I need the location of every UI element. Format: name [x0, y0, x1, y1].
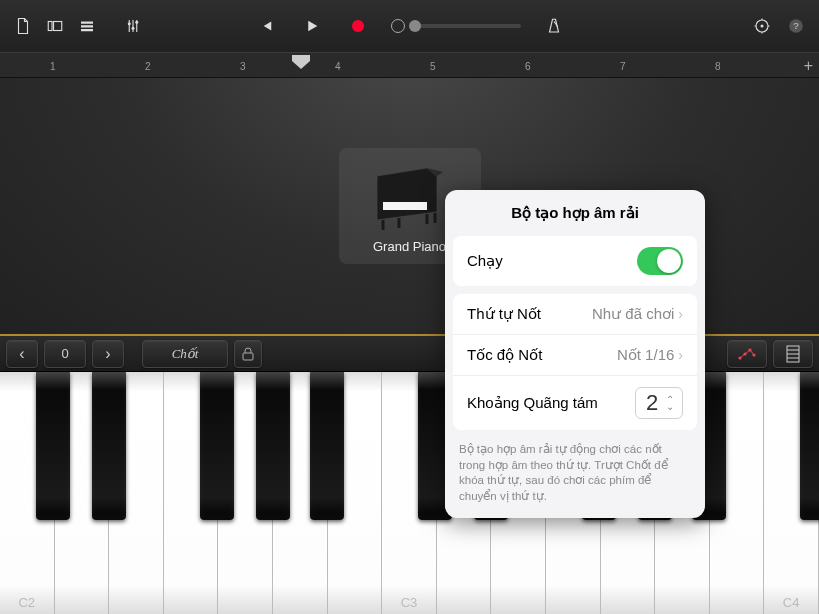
- octave-range-value: 2: [644, 390, 660, 416]
- ruler-mark: 6: [525, 61, 531, 72]
- arpeggiator-popover: Bộ tạo hợp âm rải Chạy Thứ tự Nốt Như đã…: [445, 190, 705, 518]
- timeline-ruler[interactable]: 1 2 3 4 5 6 7 8 +: [0, 52, 819, 78]
- svg-rect-4: [81, 29, 93, 31]
- master-slider-knob-outer[interactable]: [391, 19, 405, 33]
- file-icon[interactable]: [10, 13, 36, 39]
- octave-up-button[interactable]: ›: [92, 340, 124, 368]
- master-slider[interactable]: [411, 24, 521, 28]
- record-icon[interactable]: [345, 13, 371, 39]
- ruler-mark: 2: [145, 61, 151, 72]
- octave-range-row: Khoảng Quãng tám 2 ⌃⌄: [453, 376, 697, 430]
- prev-icon[interactable]: [253, 13, 279, 39]
- chevron-right-icon: ›: [678, 306, 683, 322]
- svg-rect-3: [81, 25, 93, 27]
- lock-icon[interactable]: [234, 340, 262, 368]
- black-key[interactable]: [310, 372, 344, 520]
- metronome-icon[interactable]: [541, 13, 567, 39]
- arpeggiator-run-row: Chạy: [453, 236, 697, 286]
- mixer-icon[interactable]: [120, 13, 146, 39]
- popover-title: Bộ tạo hợp âm rải: [445, 190, 705, 236]
- run-label: Chạy: [467, 252, 503, 270]
- note-rate-label: Tốc độ Nốt: [467, 346, 542, 364]
- ruler-mark: 5: [430, 61, 436, 72]
- note-rate-row[interactable]: Tốc độ Nốt Nốt 1/16›: [453, 335, 697, 376]
- ruler-mark: 8: [715, 61, 721, 72]
- octave-range-label: Khoảng Quãng tám: [467, 394, 598, 412]
- svg-rect-13: [383, 202, 427, 210]
- black-key[interactable]: [800, 372, 819, 520]
- piano-icon: [365, 158, 455, 233]
- tracks-icon[interactable]: [74, 13, 100, 39]
- add-section-icon[interactable]: +: [804, 57, 813, 75]
- black-key[interactable]: [92, 372, 126, 520]
- octave-range-stepper[interactable]: 2 ⌃⌄: [635, 387, 683, 419]
- svg-rect-0: [48, 22, 52, 31]
- octave-value[interactable]: 0: [44, 340, 86, 368]
- playhead-icon[interactable]: [292, 55, 310, 69]
- chevron-right-icon: ›: [678, 347, 683, 363]
- browser-icon[interactable]: [42, 13, 68, 39]
- black-key[interactable]: [36, 372, 70, 520]
- note-order-row[interactable]: Thứ tự Nốt Như đã chơi›: [453, 294, 697, 335]
- arpeggiator-button[interactable]: [727, 340, 767, 368]
- ruler-mark: 1: [50, 61, 56, 72]
- black-key[interactable]: [256, 372, 290, 520]
- svg-rect-2: [81, 22, 93, 24]
- ruler-mark: 7: [620, 61, 626, 72]
- run-toggle[interactable]: [637, 247, 683, 275]
- svg-point-7: [135, 21, 138, 24]
- svg-rect-14: [243, 353, 253, 360]
- svg-point-10: [761, 25, 764, 28]
- svg-point-6: [132, 27, 135, 30]
- ruler-mark: 4: [335, 61, 341, 72]
- octave-down-button[interactable]: ‹: [6, 340, 38, 368]
- svg-rect-1: [54, 22, 62, 31]
- note-rate-value: Nốt 1/16: [617, 346, 674, 364]
- chevron-down-icon[interactable]: ⌄: [666, 403, 674, 410]
- note-order-value: Như đã chơi: [592, 305, 674, 323]
- popover-description: Bộ tạo hợp âm rải tự động chơi các nốt t…: [445, 438, 705, 518]
- note-order-label: Thứ tự Nốt: [467, 305, 541, 323]
- help-icon[interactable]: ?: [783, 13, 809, 39]
- popover-arrow-icon: [704, 342, 705, 360]
- black-key[interactable]: [200, 372, 234, 520]
- settings-icon[interactable]: [749, 13, 775, 39]
- svg-point-5: [128, 22, 131, 25]
- keyboard-layout-button[interactable]: [773, 340, 813, 368]
- svg-text:?: ?: [793, 20, 799, 31]
- ruler-mark: 3: [240, 61, 246, 72]
- latch-button[interactable]: Chốt: [142, 340, 228, 368]
- play-icon[interactable]: [299, 13, 325, 39]
